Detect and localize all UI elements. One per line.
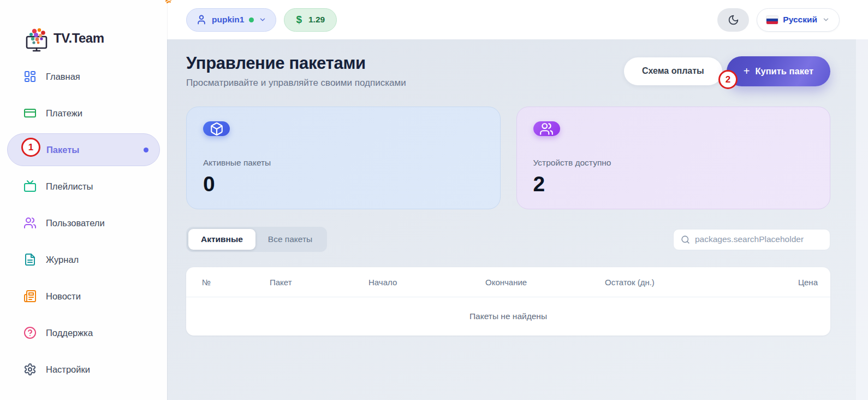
search-icon (681, 235, 690, 244)
help-circle-icon (23, 326, 37, 339)
sidebar-item-label: Пакеты (46, 145, 79, 155)
column-header-days-left: Остаток (дн.) (605, 278, 798, 287)
credit-card-icon (23, 107, 37, 120)
tab-active-packages[interactable]: Активные (188, 229, 255, 250)
column-header-number: № (202, 278, 270, 287)
users-icon (23, 216, 37, 230)
brand-name: TV.Team (53, 32, 104, 52)
online-status-dot (249, 17, 254, 22)
flag-russia-icon (766, 16, 778, 24)
scrollbar-gutter[interactable] (856, 39, 868, 400)
sidebar-item-label: Плейлисты (46, 181, 93, 192)
language-selector[interactable]: Русский (757, 8, 840, 32)
package-search (673, 229, 830, 250)
sidebar-item-support[interactable]: Поддержка (7, 316, 160, 349)
page-title-block: Управление пакетами Просматривайте и упр… (186, 54, 406, 89)
sidebar-item-users[interactable]: Пользователи (7, 207, 160, 239)
sidebar-item-playlists[interactable]: Плейлисты (7, 170, 160, 203)
main-area: pupkin1 $ 1.29 Русский Управление пак (167, 0, 868, 400)
topbar: pupkin1 $ 1.29 Русский (167, 0, 868, 39)
wifi-arc-icon (165, 0, 174, 4)
sidebar-item-label: Главная (46, 72, 80, 82)
package-icon (210, 122, 224, 136)
gear-icon (23, 363, 37, 376)
sidebar-item-payments[interactable]: Платежи (7, 97, 160, 130)
annotation-marker-2: 2 (718, 70, 738, 89)
page-content: Управление пакетами Просматривайте и упр… (167, 39, 868, 400)
tab-all-packages[interactable]: Все пакеты (255, 229, 325, 250)
chevron-down-icon (822, 16, 830, 23)
list-controls: Активные Все пакеты (186, 227, 830, 252)
empty-state-message: Пакеты не найдены (186, 297, 830, 336)
sidebar-item-label: Новости (46, 291, 81, 302)
language-label: Русский (783, 15, 817, 25)
sidebar: TV.Team Главная Платежи Пакеты Плейлисты (0, 0, 167, 400)
sidebar-item-home[interactable]: Главная (7, 60, 160, 93)
active-indicator-dot (144, 148, 148, 152)
sidebar-nav: Главная Платежи Пакеты Плейлисты Пользов… (0, 52, 167, 386)
users-icon (539, 122, 554, 136)
stat-value: 0 (203, 173, 484, 195)
buy-package-button[interactable]: + Купить пакет (727, 56, 830, 86)
app-window: TV.Team Главная Платежи Пакеты Плейлисты (0, 0, 868, 400)
plus-icon: + (744, 66, 750, 77)
stat-cards: Активные пакеты 0 Устройств доступно 2 (186, 107, 830, 209)
stat-value: 2 (533, 173, 814, 195)
column-header-price: Цена (798, 278, 818, 287)
dark-mode-toggle[interactable] (717, 8, 749, 32)
column-header-package: Пакет (270, 278, 368, 287)
tv-team-logo-icon (25, 27, 52, 52)
column-header-end: Окончание (485, 278, 605, 287)
sidebar-item-settings[interactable]: Настройки (7, 353, 160, 386)
buy-package-label: Купить пакет (755, 66, 813, 77)
sidebar-item-label: Настройки (46, 364, 90, 375)
username: pupkin1 (212, 15, 244, 25)
dashboard-icon (23, 70, 37, 83)
packages-table: № Пакет Начало Окончание Остаток (дн.) Ц… (186, 267, 830, 336)
balance-value: 1.29 (308, 15, 325, 25)
file-text-icon (23, 253, 37, 266)
brand-logo: TV.Team (0, 0, 167, 52)
dollar-icon: $ (296, 14, 302, 26)
table-header-row: № Пакет Начало Окончание Остаток (дн.) Ц… (186, 267, 830, 297)
sidebar-item-label: Поддержка (46, 328, 93, 338)
stat-icon-tile (203, 121, 230, 136)
stat-card-active-packages: Активные пакеты 0 (186, 107, 501, 209)
column-header-start: Начало (368, 278, 485, 287)
stat-card-devices-available: Устройств доступно 2 (516, 107, 831, 209)
sidebar-item-label: Платежи (46, 108, 82, 119)
balance-badge[interactable]: $ 1.29 (284, 8, 337, 32)
page-subtitle: Просматривайте и управляйте своими подпи… (186, 78, 406, 89)
stat-icon-tile (533, 121, 560, 136)
payment-scheme-button[interactable]: Схема оплаты (624, 57, 722, 85)
page-title: Управление пакетами (186, 54, 406, 73)
search-input[interactable] (695, 234, 823, 244)
annotation-marker-1: 1 (21, 138, 40, 157)
user-icon (196, 14, 207, 25)
newspaper-icon (23, 290, 37, 303)
sidebar-item-label: Пользователи (46, 218, 105, 228)
sidebar-item-label: Журнал (46, 255, 79, 265)
package-tabs: Активные Все пакеты (186, 227, 327, 252)
tv-icon (23, 180, 37, 193)
stat-label: Устройств доступно (533, 158, 814, 168)
sidebar-item-news[interactable]: Новости (7, 280, 160, 313)
sidebar-item-journal[interactable]: Журнал (7, 243, 160, 276)
user-menu[interactable]: pupkin1 (186, 8, 276, 32)
chevron-down-icon (259, 16, 266, 23)
moon-icon (728, 14, 739, 26)
stat-label: Активные пакеты (203, 158, 484, 168)
